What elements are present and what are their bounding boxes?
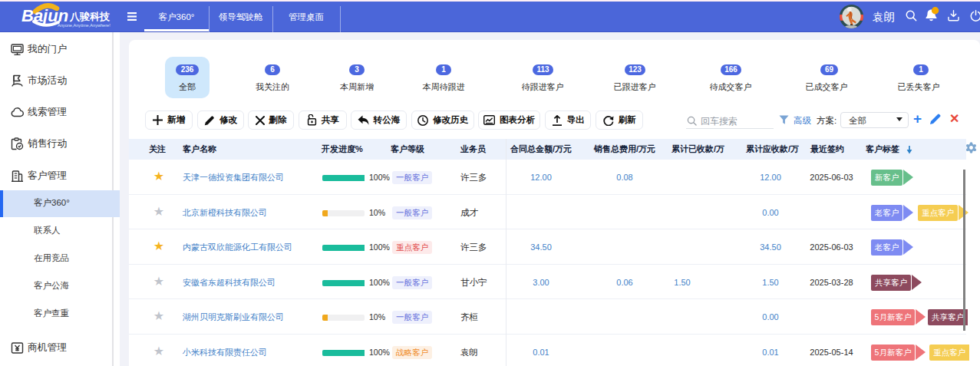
svg-text:八骏科技: 八骏科技	[69, 11, 111, 22]
svg-text:Anyone,Anytime,Anywhere!: Anyone,Anytime,Anywhere!	[58, 23, 111, 28]
